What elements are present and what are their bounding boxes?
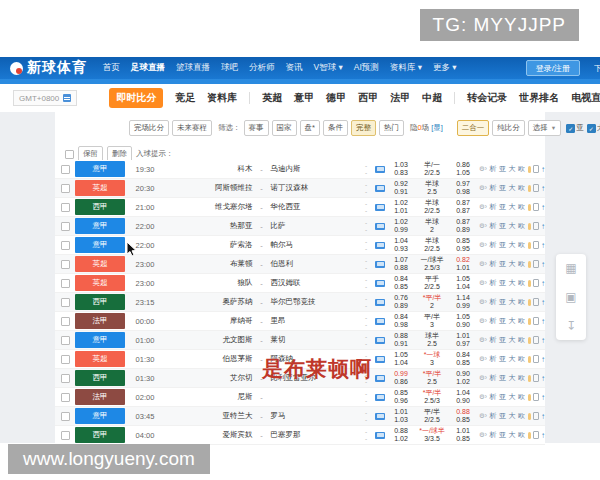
settings-expand-icon[interactable]: ⚙› [479,355,487,363]
nav-item-1[interactable]: 首页 [103,62,120,74]
analysis-link[interactable]: 析 [490,278,497,288]
league-badge[interactable]: 西甲 [75,427,125,443]
home-team[interactable]: 艾尔切 [163,373,256,383]
euro-odds-link[interactable]: 欧 [518,240,525,250]
finished-scores-button[interactable]: 完场比分 [129,120,169,136]
tab-1[interactable]: 即时比分 [109,88,163,108]
collapse-icon[interactable]: ↑ [541,355,545,364]
save-icon[interactable] [528,242,531,249]
settings-expand-icon[interactable]: ⚙› [479,279,487,287]
analysis-link[interactable]: 析 [490,335,497,345]
collapse-icon[interactable]: ↑ [541,317,545,326]
select-dropdown[interactable]: 选择 ▼ [528,120,561,136]
league-badge[interactable]: 意甲 [75,332,125,348]
collapse-icon[interactable]: ↑ [541,184,545,193]
live-stream-icon[interactable] [372,185,388,192]
home-team[interactable]: 尼斯 [163,392,256,402]
tv-outline-icon[interactable] [533,317,538,325]
nav-item-6[interactable]: 资讯 [286,62,303,74]
home-team[interactable]: 维戈塞尔塔 [163,202,256,212]
collapse-icon[interactable]: ↑ [541,412,545,421]
tab-7[interactable]: 德甲 [326,91,346,105]
row-checkbox[interactable] [55,203,75,212]
league-badge[interactable]: 西甲 [75,370,125,386]
euro-odds-link[interactable]: 欧 [518,316,525,326]
away-team[interactable]: 帕尔马 [268,240,361,250]
two-in-one-button[interactable]: 二合一 [457,120,490,136]
league-badge[interactable]: 西甲 [75,199,125,215]
live-stream-icon[interactable] [372,261,388,268]
league-badge[interactable]: 英超 [75,275,125,291]
download-link[interactable]: 下载 [594,63,600,74]
nav-item-9[interactable]: 资料库 ▾ [390,62,422,74]
away-team[interactable]: 莱切 [268,335,361,345]
row-checkbox[interactable] [55,260,75,269]
timezone-selector[interactable]: GMT+0800 [13,90,77,106]
euro-odds-link[interactable]: 欧 [518,164,525,174]
league-badge[interactable]: 英超 [75,256,125,272]
live-stream-icon[interactable] [372,394,388,401]
asia-odds-link[interactable]: 亚 [499,430,506,440]
analysis-link[interactable]: 析 [490,430,497,440]
euro-odds-link[interactable]: 欧 [518,430,525,440]
collapse-icon[interactable]: ↑ [541,336,545,345]
live-stream-icon[interactable] [372,223,388,230]
home-team[interactable]: 萨索洛 [163,240,256,250]
over-under-link[interactable]: 大 [509,354,516,364]
analysis-link[interactable]: 析 [490,373,497,383]
away-team[interactable]: 比萨 [268,221,361,231]
over-under-link[interactable]: 大 [509,164,516,174]
over-under-link[interactable]: 大 [509,411,516,421]
tv-outline-icon[interactable] [533,184,538,192]
league-badge[interactable]: 意甲 [75,237,125,253]
nav-item-3[interactable]: 篮球直播 [176,62,210,74]
row-checkbox[interactable] [55,431,75,440]
away-team[interactable]: 西汉姆联 [268,278,361,288]
asia-odds-link[interactable]: 亚 [499,392,506,402]
row-checkbox[interactable] [55,222,75,231]
analysis-link[interactable]: 析 [490,297,497,307]
home-team[interactable]: 阿斯顿维拉 [163,183,256,193]
over-under-link[interactable]: 大 [509,297,516,307]
away-team[interactable]: 华伦西亚 [268,202,361,212]
analysis-link[interactable]: 析 [490,221,497,231]
euro-odds-link[interactable]: 欧 [518,411,525,421]
save-icon[interactable] [528,223,531,230]
live-stream-icon[interactable] [372,375,388,382]
filter-chip-4[interactable]: 条件 [323,120,348,136]
collapse-icon[interactable]: ↑ [541,203,545,212]
asia-odds-link[interactable]: 亚 [499,259,506,269]
nav-item-10[interactable]: 更多 ▾ [433,62,457,74]
over-under-link[interactable]: 大 [509,373,516,383]
live-stream-icon[interactable] [372,356,388,363]
settings-expand-icon[interactable]: ⚙› [479,222,487,230]
league-badge[interactable]: 英超 [75,351,125,367]
analysis-link[interactable]: 析 [490,202,497,212]
settings-expand-icon[interactable]: ⚙› [479,298,487,306]
tab-6[interactable]: 意甲 [294,91,314,105]
collapse-icon[interactable]: ↑ [541,279,545,288]
league-badge[interactable]: 意甲 [75,408,125,424]
save-icon[interactable] [528,261,531,268]
euro-odds-link[interactable]: 欧 [518,373,525,383]
over-under-link[interactable]: 大 [509,202,516,212]
tab-2[interactable]: 竞足 [175,91,195,105]
away-team[interactable]: 伯恩利 [268,259,361,269]
row-checkbox[interactable] [55,336,75,345]
euro-odds-link[interactable]: 欧 [518,297,525,307]
analysis-link[interactable]: 析 [490,164,497,174]
settings-expand-icon[interactable]: ⚙› [479,203,487,211]
save-icon[interactable] [528,375,531,382]
filter-chip-1[interactable]: 赛事 [244,120,269,136]
home-team[interactable]: 亚特兰大 [163,411,256,421]
home-team[interactable]: 爱斯宾奴 [163,430,256,440]
tab-12[interactable]: 转会记录 [467,91,507,105]
save-icon[interactable] [528,318,531,325]
home-team[interactable]: 摩纳哥 [163,316,256,326]
show-hidden-link[interactable]: [显] [431,123,443,132]
row-checkbox[interactable] [55,184,75,193]
asia-odds-link[interactable]: 亚 [499,202,506,212]
euro-odds-link[interactable]: 欧 [518,259,525,269]
odds-checkbox-1[interactable]: ✓亚 [566,123,584,133]
league-badge[interactable]: 意甲 [75,218,125,234]
